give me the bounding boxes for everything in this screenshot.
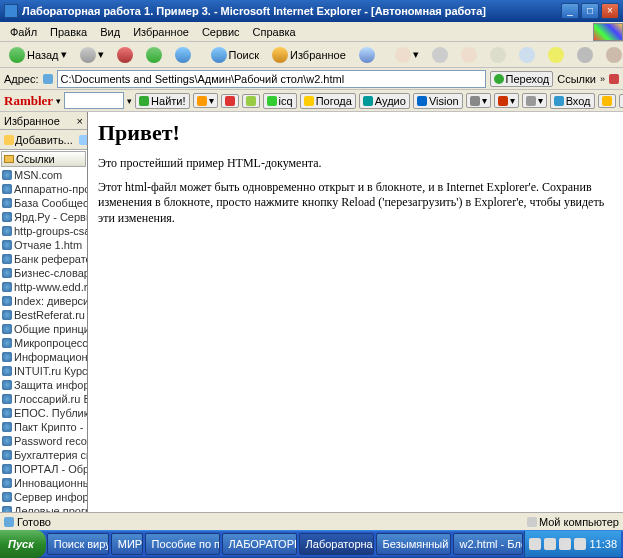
favorite-item[interactable]: Деловые программы. Б... xyxy=(0,504,87,512)
stop-button[interactable] xyxy=(112,44,138,66)
go-button[interactable]: Переход xyxy=(490,71,554,87)
search-button[interactable]: Поиск xyxy=(206,44,264,66)
taskbar-item[interactable]: Поиск вирусов xyxy=(47,533,109,555)
sidebar-folder-links[interactable]: Ссылки xyxy=(1,151,86,167)
favorite-icon xyxy=(2,394,12,404)
rambler-vision-button[interactable]: Vision xyxy=(413,93,463,109)
favorite-item[interactable]: Бухгалтерия скачать... xyxy=(0,448,87,462)
rambler-logo[interactable]: Rambler xyxy=(4,93,53,109)
rambler-audio-button[interactable]: Аудио xyxy=(359,93,410,109)
sidebar-close-button[interactable]: × xyxy=(77,115,83,127)
rambler-btn-6[interactable]: ▾ xyxy=(522,93,547,108)
rambler-btn-8[interactable] xyxy=(619,94,623,108)
favorite-item[interactable]: Отчаяе 1.htm xyxy=(0,238,87,252)
ie-logo-icon xyxy=(593,23,623,41)
menu-file[interactable]: Файл xyxy=(4,24,43,40)
favorite-item[interactable]: ПОРТАЛ - Образовател... xyxy=(0,462,87,476)
favorite-icon xyxy=(2,478,12,488)
favorite-icon xyxy=(2,450,12,460)
tray-clock[interactable]: 11:38 xyxy=(589,538,617,550)
menu-tools[interactable]: Сервис xyxy=(196,24,246,40)
rambler-btn-4[interactable]: ▾ xyxy=(466,93,491,108)
favorites-button[interactable]: Избранное xyxy=(267,44,351,66)
start-button[interactable]: Пуск xyxy=(0,530,46,558)
page-paragraph-2: Этот html-файл может быть одновременно о… xyxy=(98,180,613,227)
taskbar-item[interactable]: Безымянный - Paint xyxy=(376,533,451,555)
favorite-label: Общие принципы орга... xyxy=(14,323,87,335)
taskbar-item[interactable]: МИР xyxy=(111,533,143,555)
favorite-item[interactable]: Глоссарий.ru Веб-сайты xyxy=(0,392,87,406)
history-button[interactable] xyxy=(354,44,380,66)
sidebar-add-button[interactable]: Добавить... xyxy=(2,133,75,147)
favorite-item[interactable]: INTUIT.ru Курс Опера... xyxy=(0,364,87,378)
menu-edit[interactable]: Правка xyxy=(44,24,93,40)
tray-icon[interactable] xyxy=(544,538,556,550)
favorite-item[interactable]: Микропроцессоры xyxy=(0,336,87,350)
taskbar-item[interactable]: w2.html - Блокнот xyxy=(453,533,524,555)
rambler-btn-1[interactable]: ▾ xyxy=(193,93,218,108)
favorite-item[interactable]: Сервер информационн... xyxy=(0,490,87,504)
favorite-item[interactable]: Банк рефератов xyxy=(0,252,87,266)
rambler-icq-button[interactable]: icq xyxy=(263,93,297,109)
taskbar-item[interactable]: Пособие по проектир... xyxy=(145,533,220,555)
taskbar-item[interactable]: ЛАБОРАТОРНАЯ РАБ... xyxy=(222,533,297,555)
favorite-item[interactable]: Пакт Крипто - ЗАЩИТА... xyxy=(0,420,87,434)
refresh-button[interactable] xyxy=(141,44,167,66)
favorite-item[interactable]: Защита информации... xyxy=(0,378,87,392)
discuss-button[interactable] xyxy=(485,44,511,66)
rambler-btn-5[interactable]: ▾ xyxy=(494,93,519,108)
sidebar-sort-button[interactable]: Упоря xyxy=(77,133,88,147)
rambler-toolbar: Rambler ▾ ▾ Найти! ▾ icq Погода Аудио Vi… xyxy=(0,90,623,112)
favorite-label: Пакт Крипто - ЗАЩИТА... xyxy=(14,421,87,433)
favorite-item[interactable]: Инновационные техн... xyxy=(0,476,87,490)
rambler-find-button[interactable]: Найти! xyxy=(135,93,189,109)
research-button[interactable] xyxy=(514,44,540,66)
forward-button[interactable]: ▾ xyxy=(75,44,109,66)
rambler-btn-7[interactable] xyxy=(598,94,616,108)
edit-button[interactable] xyxy=(456,44,482,66)
tray-icon[interactable] xyxy=(529,538,541,550)
tray-icon[interactable] xyxy=(559,538,571,550)
rambler-btn-3[interactable] xyxy=(242,94,260,108)
favorite-item[interactable]: BestReferat.ru - Банк р... xyxy=(0,308,87,322)
favorite-item[interactable]: MSN.com xyxy=(0,168,87,182)
minimize-button[interactable]: _ xyxy=(561,3,579,19)
favorite-item[interactable]: База Сообщества Чай... xyxy=(0,196,87,210)
menu-favorites[interactable]: Избранное xyxy=(127,24,195,40)
messenger-button[interactable] xyxy=(543,44,569,66)
addon-icon[interactable] xyxy=(609,74,619,84)
rambler-login-button[interactable]: Вход xyxy=(550,93,595,109)
extra-button-2[interactable] xyxy=(601,44,623,66)
close-button[interactable]: × xyxy=(601,3,619,19)
favorite-item[interactable]: Бизнес-словари xyxy=(0,266,87,280)
home-button[interactable] xyxy=(170,44,196,66)
rambler-btn-2[interactable] xyxy=(221,94,239,108)
back-button[interactable]: Назад ▾ xyxy=(4,44,72,66)
favorite-item[interactable]: http-groups-csail.mit.e... xyxy=(0,224,87,238)
favorite-label: Инновационные техн... xyxy=(14,477,87,489)
taskbar-item[interactable]: Лабораторная раб... xyxy=(299,533,374,555)
tray-icon[interactable] xyxy=(574,538,586,550)
maximize-button[interactable]: □ xyxy=(581,3,599,19)
favorite-icon xyxy=(2,436,12,446)
menu-view[interactable]: Вид xyxy=(94,24,126,40)
extra-button-1[interactable] xyxy=(572,44,598,66)
favorite-item[interactable]: Аппаратно-программн... xyxy=(0,182,87,196)
rambler-weather-button[interactable]: Погода xyxy=(300,93,356,109)
menu-help[interactable]: Справка xyxy=(247,24,302,40)
favorite-item[interactable]: Информационные сист... xyxy=(0,350,87,364)
mail-button[interactable]: ▾ xyxy=(390,44,424,66)
favorite-label: Информационные сист... xyxy=(14,351,87,363)
favorite-item[interactable]: http-www.edd.ru-asp-... xyxy=(0,280,87,294)
rambler-search-input[interactable] xyxy=(64,92,124,109)
favorite-item[interactable]: Index: диверсион-ное... xyxy=(0,294,87,308)
print-button[interactable] xyxy=(427,44,453,66)
favorite-item[interactable]: Password recovery tool... xyxy=(0,434,87,448)
favorite-label: Аппаратно-программн... xyxy=(14,183,87,195)
address-input[interactable] xyxy=(57,70,486,88)
zone-icon xyxy=(527,517,537,527)
favorite-item[interactable]: ЕПОС. Публикации.Ин... xyxy=(0,406,87,420)
links-label[interactable]: Ссылки xyxy=(557,73,596,85)
favorite-item[interactable]: Ярд.Ру - Сервис бесп... xyxy=(0,210,87,224)
favorite-item[interactable]: Общие принципы орга... xyxy=(0,322,87,336)
